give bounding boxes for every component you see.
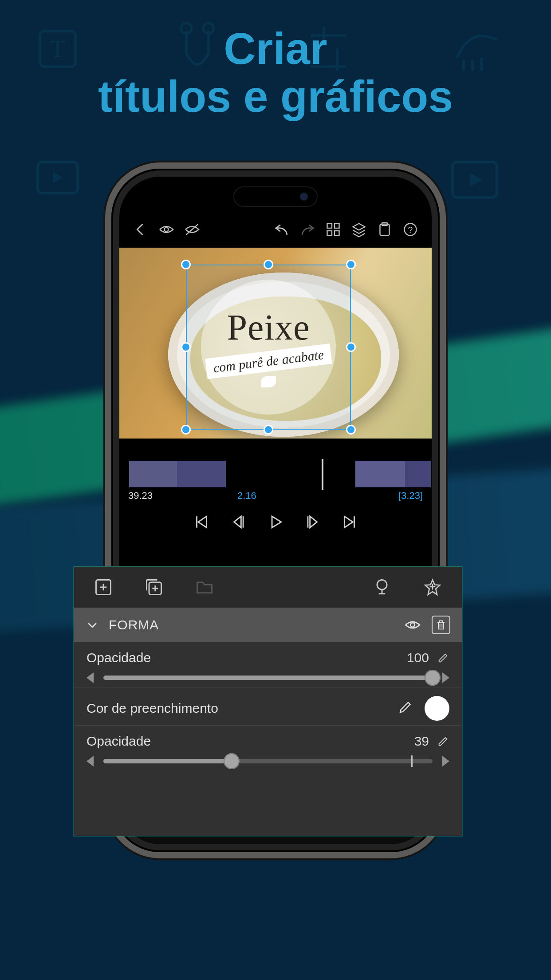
- resize-handle-tm[interactable]: [264, 260, 273, 269]
- headline-line1: Criar: [0, 24, 551, 72]
- svg-line-9: [186, 224, 198, 235]
- skip-end-icon[interactable]: [342, 514, 358, 530]
- svg-marker-5: [53, 172, 63, 183]
- opacity-slider[interactable]: [103, 759, 433, 763]
- slider-tick: [411, 755, 413, 767]
- timeline-clip[interactable]: [355, 461, 405, 487]
- transport-controls: [119, 509, 432, 535]
- property-opacity: Opacidade 100: [74, 642, 462, 688]
- grid-icon[interactable]: [325, 221, 341, 237]
- visibility-icon[interactable]: [404, 616, 421, 633]
- pencil-icon[interactable]: [437, 652, 449, 664]
- prop-value: 100: [407, 650, 429, 665]
- resize-handle-bm[interactable]: [264, 425, 273, 435]
- title-sub-text: com purê de acabate: [212, 347, 324, 375]
- timeline-clip[interactable]: [129, 461, 177, 487]
- clipboard-icon[interactable]: [377, 221, 393, 237]
- resize-handle-ml[interactable]: [181, 342, 191, 352]
- resize-handle-bl[interactable]: [181, 425, 191, 435]
- title-main-text: Peixe: [227, 307, 310, 348]
- prop-label: Opacidade: [87, 650, 151, 665]
- leaf-icon: [261, 376, 276, 387]
- play-icon[interactable]: [267, 514, 284, 530]
- star-add-icon[interactable]: [423, 577, 442, 597]
- color-swatch[interactable]: [425, 696, 449, 721]
- add-stack-icon[interactable]: [144, 577, 164, 597]
- inspector-panel: FORMA Opacidade 100 Cor de preenchimento: [74, 566, 462, 836]
- svg-marker-7: [470, 173, 482, 186]
- video-preview[interactable]: Peixe com purê de acabate: [119, 248, 432, 439]
- property-opacity-2: Opacidade 39: [74, 726, 462, 771]
- globe-stand-icon[interactable]: [372, 577, 392, 597]
- svg-point-24: [377, 580, 387, 590]
- eyedropper-icon[interactable]: [396, 700, 412, 716]
- chevron-down-icon: [86, 618, 99, 632]
- back-icon[interactable]: [133, 221, 149, 237]
- slider-next-icon[interactable]: [442, 672, 449, 683]
- slider-prev-icon[interactable]: [87, 672, 94, 683]
- trash-icon[interactable]: [432, 616, 450, 634]
- add-icon[interactable]: [94, 577, 113, 597]
- time-left: 39.23: [128, 490, 153, 502]
- time-center: 2.16: [237, 490, 256, 502]
- marketing-headline: Criar títulos e gráficos: [0, 24, 551, 120]
- section-header[interactable]: FORMA: [74, 608, 462, 642]
- layers-icon[interactable]: [351, 221, 367, 237]
- resize-handle-tl[interactable]: [181, 260, 191, 269]
- headline-line2: títulos e gráficos: [0, 72, 551, 120]
- prop-label: Opacidade: [87, 734, 151, 749]
- timeline-clip[interactable]: [405, 461, 431, 487]
- svg-text:?: ?: [408, 225, 413, 235]
- skip-start-icon[interactable]: [193, 514, 209, 530]
- svg-point-8: [165, 228, 169, 232]
- slider-prev-icon[interactable]: [87, 756, 94, 767]
- timeline-scrubber[interactable]: 39.23 2.16 [3.23]: [119, 461, 432, 501]
- slider-next-icon[interactable]: [442, 756, 449, 767]
- folder-icon: [195, 577, 214, 597]
- section-label: FORMA: [109, 617, 159, 632]
- svg-rect-12: [327, 231, 332, 236]
- timeline-clip[interactable]: [177, 461, 226, 487]
- pencil-icon[interactable]: [437, 735, 449, 747]
- property-fill-color: Cor de preenchimento: [74, 688, 462, 726]
- prop-value: 39: [414, 734, 429, 749]
- svg-point-25: [410, 623, 415, 627]
- undo-icon[interactable]: [274, 221, 290, 237]
- svg-rect-10: [327, 224, 332, 229]
- prop-label: Cor de preenchimento: [87, 701, 218, 716]
- playhead[interactable]: [322, 459, 323, 490]
- editor-topbar: ?: [119, 217, 432, 241]
- time-right: [3.23]: [398, 490, 423, 502]
- resize-handle-tr[interactable]: [346, 260, 356, 269]
- eye-off-icon[interactable]: [184, 221, 200, 237]
- svg-rect-13: [335, 231, 339, 236]
- redo-icon[interactable]: [299, 221, 315, 237]
- resize-handle-br[interactable]: [346, 425, 356, 435]
- step-back-icon[interactable]: [230, 514, 247, 530]
- help-icon[interactable]: ?: [402, 221, 418, 237]
- svg-rect-11: [335, 224, 339, 229]
- eye-open-icon[interactable]: [158, 221, 174, 237]
- dynamic-island: [233, 186, 318, 207]
- opacity-slider[interactable]: [103, 676, 433, 680]
- resize-handle-mr[interactable]: [346, 342, 356, 352]
- step-forward-icon[interactable]: [304, 514, 321, 530]
- title-selection-box[interactable]: Peixe com purê de acabate: [186, 265, 351, 430]
